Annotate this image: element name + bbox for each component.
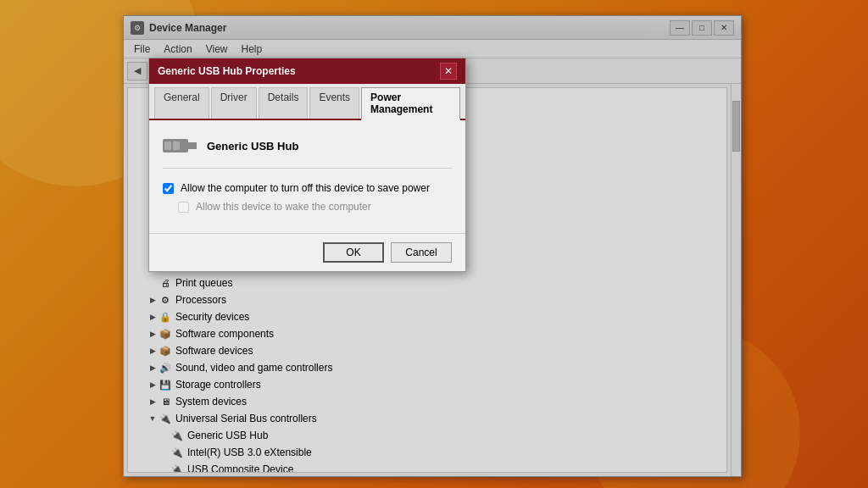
- dialog-titlebar: Generic USB Hub Properties ✕: [149, 58, 465, 84]
- dialog-tabs: General Driver Details Events Power Mana…: [149, 84, 465, 120]
- svg-rect-1: [188, 142, 197, 149]
- dialog-close-button[interactable]: ✕: [440, 63, 457, 80]
- allow-turnoff-label[interactable]: Allow the computer to turn off this devi…: [181, 182, 430, 194]
- device-name: Generic USB Hub: [207, 140, 298, 152]
- allow-turnoff-checkbox[interactable]: [163, 183, 174, 194]
- tab-details[interactable]: Details: [259, 87, 309, 119]
- dialog-body: Generic USB Hub Allow the computer to tu…: [149, 120, 465, 233]
- device-header: Generic USB Hub: [163, 134, 452, 169]
- device-icon: [163, 134, 197, 158]
- tab-driver[interactable]: Driver: [211, 87, 257, 119]
- allow-wake-row: Allow this device to wake the computer: [163, 201, 452, 213]
- ok-button[interactable]: OK: [323, 242, 384, 263]
- svg-rect-2: [164, 141, 171, 150]
- dialog-footer: OK Cancel: [149, 233, 465, 271]
- cancel-button[interactable]: Cancel: [391, 242, 452, 263]
- tab-general[interactable]: General: [154, 87, 209, 119]
- allow-wake-checkbox[interactable]: [178, 202, 189, 213]
- svg-rect-3: [173, 141, 180, 150]
- allow-turnoff-row: Allow the computer to turn off this devi…: [163, 182, 452, 194]
- allow-wake-label: Allow this device to wake the computer: [196, 201, 371, 213]
- tab-events[interactable]: Events: [309, 87, 359, 119]
- tab-power-management[interactable]: Power Management: [361, 87, 460, 120]
- properties-dialog: Generic USB Hub Properties ✕ General Dri…: [148, 58, 466, 272]
- dialog-title: Generic USB Hub Properties: [158, 65, 440, 77]
